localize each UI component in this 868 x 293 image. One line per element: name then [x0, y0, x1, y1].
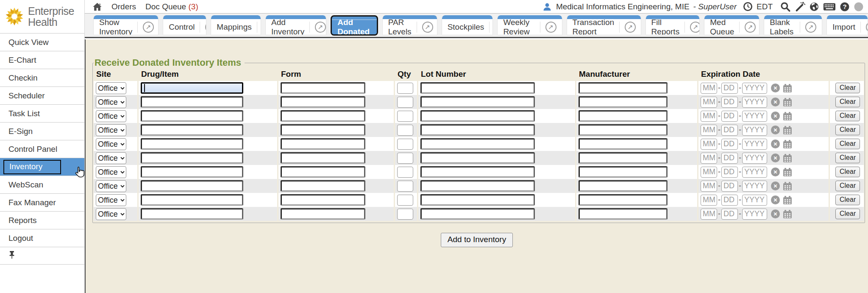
sidebar-item-task-list[interactable]: Task List — [0, 104, 84, 122]
form-input[interactable] — [281, 166, 365, 178]
lot-number-input[interactable] — [420, 194, 535, 206]
calendar-icon[interactable] — [782, 209, 793, 219]
sidebar-item-inventory[interactable]: Inventory — [0, 158, 84, 176]
manufacturer-input[interactable] — [579, 82, 668, 94]
clear-date-icon[interactable]: ✕ — [771, 181, 780, 190]
expiration-month-input[interactable] — [701, 97, 717, 108]
manufacturer-input[interactable] — [579, 110, 668, 122]
expiration-year-input[interactable] — [742, 209, 767, 220]
clear-date-icon[interactable]: ✕ — [771, 195, 780, 204]
sidebar-item-control-panel[interactable]: Control Panel — [0, 140, 84, 158]
popout-arrow-icon[interactable]: ↗ — [143, 22, 154, 33]
lot-number-input[interactable] — [420, 180, 535, 192]
lot-number-input[interactable] — [420, 166, 535, 178]
expiration-month-input[interactable] — [701, 167, 717, 178]
lot-number-input[interactable] — [420, 208, 535, 220]
popout-arrow-icon[interactable]: ↗ — [690, 22, 700, 33]
drug-item-input[interactable] — [141, 96, 243, 108]
expiration-year-input[interactable] — [742, 111, 767, 122]
qty-input[interactable] — [397, 111, 413, 122]
sidebar-item-checkin[interactable]: Checkin — [0, 69, 84, 87]
calendar-icon[interactable] — [782, 167, 793, 177]
clear-row-button[interactable]: Clear — [835, 111, 860, 121]
sidebar-item-e-chart[interactable]: E-Chart — [0, 51, 84, 69]
expiration-day-input[interactable] — [721, 111, 738, 122]
drug-item-input[interactable] — [141, 110, 243, 122]
expiration-day-input[interactable] — [721, 195, 738, 206]
expiration-year-input[interactable] — [742, 125, 767, 136]
clear-date-icon[interactable]: ✕ — [771, 98, 780, 106]
tab-par-levels[interactable]: PAR Levels ↗ — [382, 15, 437, 35]
expiration-month-input[interactable] — [701, 209, 717, 220]
site-select[interactable]: Office — [96, 82, 126, 94]
expiration-year-input[interactable] — [742, 97, 767, 108]
drug-item-input[interactable] — [141, 180, 243, 192]
popout-arrow-icon[interactable]: ↗ — [866, 22, 868, 33]
site-select[interactable]: Office — [96, 124, 126, 136]
calendar-icon[interactable] — [782, 126, 793, 135]
site-select[interactable]: Office — [96, 180, 126, 192]
popout-arrow-icon[interactable]: ↗ — [205, 22, 206, 33]
popout-arrow-icon[interactable]: ↗ — [315, 22, 326, 33]
expiration-month-input[interactable] — [701, 111, 717, 122]
expiration-day-input[interactable] — [721, 97, 738, 108]
form-input[interactable] — [281, 180, 365, 192]
drug-item-input[interactable] — [141, 208, 243, 220]
form-input[interactable] — [281, 96, 365, 108]
sidebar-item-webscan[interactable]: WebScan — [0, 176, 84, 193]
qty-input[interactable] — [397, 139, 413, 150]
site-select[interactable]: Office — [96, 138, 126, 150]
manufacturer-input[interactable] — [579, 208, 668, 220]
tab-stockpiles[interactable]: Stockpiles ↗ — [442, 15, 493, 35]
clear-row-button[interactable]: Clear — [835, 83, 860, 93]
clock-icon[interactable] — [743, 2, 753, 11]
expiration-year-input[interactable] — [742, 153, 767, 164]
clear-date-icon[interactable]: ✕ — [771, 153, 780, 162]
add-to-inventory-button[interactable]: Add to Inventory — [441, 233, 513, 247]
site-select[interactable]: Office — [96, 208, 126, 220]
clear-row-button[interactable]: Clear — [835, 153, 860, 163]
manufacturer-input[interactable] — [579, 124, 668, 136]
lot-number-input[interactable] — [420, 96, 535, 108]
tab-show-inventory[interactable]: Show Inventory ↗ — [93, 15, 159, 35]
tab-import[interactable]: Import ↗ — [826, 15, 868, 35]
expiration-month-input[interactable] — [701, 125, 717, 136]
qty-input[interactable] — [397, 97, 413, 108]
expiration-month-input[interactable] — [701, 139, 717, 150]
help-icon[interactable]: ? — [840, 2, 850, 12]
site-select[interactable]: Office — [96, 96, 126, 108]
lot-number-input[interactable] — [420, 82, 535, 94]
popout-arrow-icon[interactable]: ↗ — [422, 22, 433, 33]
sidebar-item-reports[interactable]: Reports — [0, 211, 84, 229]
expiration-year-input[interactable] — [742, 195, 767, 206]
calendar-icon[interactable] — [782, 112, 793, 121]
site-select[interactable]: Office — [96, 194, 126, 206]
clear-date-icon[interactable]: ✕ — [771, 112, 780, 120]
manufacturer-input[interactable] — [579, 138, 668, 150]
expiration-day-input[interactable] — [721, 83, 738, 94]
popout-arrow-icon[interactable]: ↗ — [545, 22, 556, 33]
expiration-day-input[interactable] — [721, 139, 738, 150]
expiration-day-input[interactable] — [721, 125, 738, 136]
clear-row-button[interactable]: Clear — [835, 195, 860, 205]
form-input[interactable] — [281, 82, 365, 94]
expiration-day-input[interactable] — [721, 167, 738, 178]
expiration-year-input[interactable] — [742, 181, 767, 192]
lot-number-input[interactable] — [420, 138, 535, 150]
tab-add-inventory[interactable]: Add Inventory ↗ — [265, 15, 326, 35]
clear-row-button[interactable]: Clear — [835, 125, 860, 135]
form-input[interactable] — [281, 194, 365, 206]
calendar-icon[interactable] — [782, 84, 793, 93]
sidebar-item-scheduler[interactable]: Scheduler — [0, 87, 84, 104]
tab-weekly-review[interactable]: Weekly Review ↗ — [497, 15, 562, 35]
clear-date-icon[interactable]: ✕ — [771, 140, 780, 148]
expiration-year-input[interactable] — [742, 167, 767, 178]
calendar-icon[interactable] — [782, 181, 793, 191]
orders-link[interactable]: Orders — [111, 2, 136, 11]
popout-arrow-icon[interactable]: ↗ — [745, 22, 756, 33]
clear-date-icon[interactable]: ✕ — [771, 126, 780, 134]
form-input[interactable] — [281, 124, 365, 136]
expiration-year-input[interactable] — [742, 83, 767, 94]
qty-input[interactable] — [397, 153, 413, 164]
manufacturer-input[interactable] — [579, 194, 668, 206]
